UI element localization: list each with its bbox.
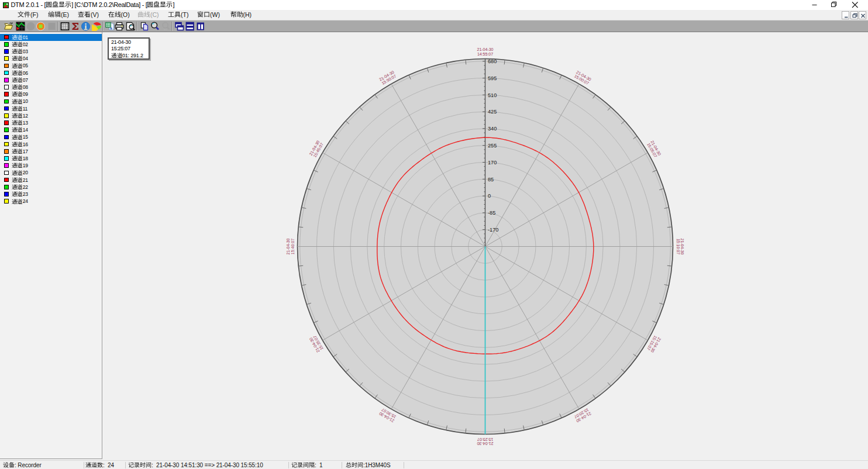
svg-text:170: 170 bbox=[488, 160, 497, 165]
svg-text:425: 425 bbox=[488, 109, 497, 115]
svg-text:21-04-30: 21-04-30 bbox=[286, 238, 290, 254]
svg-text:255: 255 bbox=[488, 143, 497, 149]
svg-text:21-04-30: 21-04-30 bbox=[680, 238, 684, 254]
svg-text:15:40:07: 15:40:07 bbox=[291, 239, 295, 254]
svg-text:340: 340 bbox=[488, 126, 497, 132]
svg-text:-170: -170 bbox=[488, 227, 498, 233]
svg-text:14:55:07: 14:55:07 bbox=[477, 52, 493, 56]
svg-text:15:25:07: 15:25:07 bbox=[477, 437, 493, 442]
svg-text:680: 680 bbox=[488, 58, 497, 64]
svg-text:0: 0 bbox=[488, 193, 491, 199]
svg-text:21-04-30: 21-04-30 bbox=[477, 47, 493, 51]
svg-text:510: 510 bbox=[488, 92, 497, 98]
svg-text:595: 595 bbox=[488, 75, 497, 81]
svg-text:-85: -85 bbox=[488, 210, 495, 216]
svg-text:15:10:07: 15:10:07 bbox=[676, 239, 680, 254]
svg-text:85: 85 bbox=[488, 177, 494, 182]
svg-text:21-04-30: 21-04-30 bbox=[477, 442, 493, 446]
